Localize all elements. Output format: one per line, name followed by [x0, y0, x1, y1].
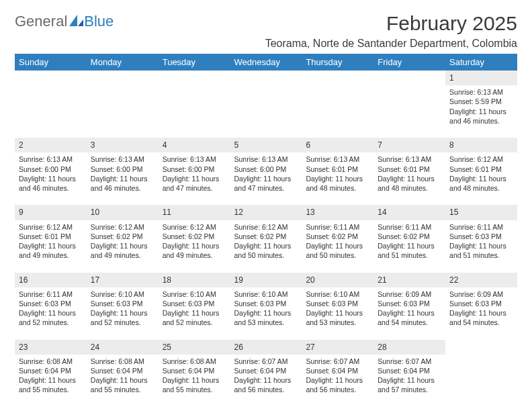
day-cell: Sunrise: 6:10 AMSunset: 6:03 PMDaylight:…: [87, 287, 159, 340]
empty-cell: [15, 85, 87, 138]
day-cell: Sunrise: 6:13 AMSunset: 6:00 PMDaylight:…: [15, 152, 87, 205]
empty-cell: [302, 85, 373, 138]
empty-cell: [159, 85, 230, 138]
day-number: 12: [230, 205, 302, 220]
day-cell: Sunrise: 6:10 AMSunset: 6:03 PMDaylight:…: [302, 287, 373, 340]
day-number: 22: [445, 273, 517, 287]
empty-cell: [15, 71, 87, 85]
empty-cell: [230, 85, 302, 138]
logo-text-1: General: [15, 13, 67, 30]
sail-icon: [69, 13, 84, 31]
day-cell: Sunrise: 6:13 AMSunset: 6:01 PMDaylight:…: [302, 152, 373, 205]
day-cell: Sunrise: 6:08 AMSunset: 6:04 PMDaylight:…: [159, 355, 230, 407]
day-number: 25: [159, 340, 230, 355]
day-number: 4: [159, 138, 230, 152]
day-cell: Sunrise: 6:07 AMSunset: 6:04 PMDaylight:…: [373, 355, 445, 407]
day-number: 21: [373, 273, 445, 287]
day-cell: Sunrise: 6:11 AMSunset: 6:02 PMDaylight:…: [302, 220, 373, 273]
day-cell: Sunrise: 6:12 AMSunset: 6:02 PMDaylight:…: [230, 220, 302, 273]
day-cell: Sunrise: 6:13 AMSunset: 6:00 PMDaylight:…: [159, 152, 230, 205]
empty-cell: [373, 71, 445, 85]
day-number: 27: [302, 340, 373, 355]
col-header-saturday: Saturday: [445, 54, 517, 71]
day-number: 24: [87, 340, 159, 355]
day-number: 19: [230, 273, 302, 287]
col-header-friday: Friday: [373, 54, 445, 71]
day-number: 16: [15, 273, 87, 287]
empty-cell: [230, 71, 302, 85]
empty-cell: [159, 71, 230, 85]
day-number: 3: [87, 138, 159, 152]
day-number: 6: [302, 138, 373, 152]
logo: General Blue: [15, 12, 114, 31]
day-cell: Sunrise: 6:12 AMSunset: 6:01 PMDaylight:…: [15, 220, 87, 273]
day-number: 9: [15, 205, 87, 220]
day-cell: Sunrise: 6:13 AMSunset: 6:01 PMDaylight:…: [373, 152, 445, 205]
empty-cell: [302, 71, 373, 85]
svg-marker-1: [78, 19, 83, 26]
day-cell: Sunrise: 6:11 AMSunset: 6:02 PMDaylight:…: [373, 220, 445, 273]
day-number: 1: [445, 71, 517, 85]
day-cell: Sunrise: 6:12 AMSunset: 6:02 PMDaylight:…: [87, 220, 159, 273]
day-number: 18: [159, 273, 230, 287]
day-cell: Sunrise: 6:13 AMSunset: 6:00 PMDaylight:…: [230, 152, 302, 205]
day-cell: Sunrise: 6:10 AMSunset: 6:03 PMDaylight:…: [230, 287, 302, 340]
empty-cell: [445, 355, 517, 407]
day-cell: Sunrise: 6:07 AMSunset: 6:04 PMDaylight:…: [302, 355, 373, 407]
day-cell: Sunrise: 6:13 AMSunset: 5:59 PMDaylight:…: [445, 85, 517, 138]
day-cell: Sunrise: 6:10 AMSunset: 6:03 PMDaylight:…: [159, 287, 230, 340]
logo-text-2: Blue: [84, 13, 114, 30]
day-number: 23: [15, 340, 87, 355]
day-cell: Sunrise: 6:12 AMSunset: 6:02 PMDaylight:…: [159, 220, 230, 273]
calendar-table: SundayMondayTuesdayWednesdayThursdayFrid…: [15, 54, 517, 407]
day-number: 8: [445, 138, 517, 152]
day-number: 17: [87, 273, 159, 287]
page-subtitle: Teorama, Norte de Santander Department, …: [265, 38, 517, 50]
day-number: 7: [373, 138, 445, 152]
day-cell: Sunrise: 6:09 AMSunset: 6:03 PMDaylight:…: [445, 287, 517, 340]
empty-cell: [87, 85, 159, 138]
day-cell: Sunrise: 6:13 AMSunset: 6:00 PMDaylight:…: [87, 152, 159, 205]
day-number: 28: [373, 340, 445, 355]
day-cell: Sunrise: 6:08 AMSunset: 6:04 PMDaylight:…: [87, 355, 159, 407]
day-number: 10: [87, 205, 159, 220]
day-number: 20: [302, 273, 373, 287]
col-header-monday: Monday: [87, 54, 159, 71]
day-number: 13: [302, 205, 373, 220]
day-cell: Sunrise: 6:08 AMSunset: 6:04 PMDaylight:…: [15, 355, 87, 407]
empty-cell: [373, 85, 445, 138]
day-cell: Sunrise: 6:12 AMSunset: 6:01 PMDaylight:…: [445, 152, 517, 205]
day-cell: Sunrise: 6:09 AMSunset: 6:03 PMDaylight:…: [373, 287, 445, 340]
day-cell: Sunrise: 6:11 AMSunset: 6:03 PMDaylight:…: [445, 220, 517, 273]
day-cell: Sunrise: 6:07 AMSunset: 6:04 PMDaylight:…: [230, 355, 302, 407]
day-number: 14: [373, 205, 445, 220]
day-number: 11: [159, 205, 230, 220]
day-number: 15: [445, 205, 517, 220]
page-title: February 2025: [265, 12, 517, 35]
empty-cell: [87, 71, 159, 85]
empty-cell: [445, 340, 517, 355]
col-header-tuesday: Tuesday: [159, 54, 230, 71]
day-number: 2: [15, 138, 87, 152]
day-number: 5: [230, 138, 302, 152]
day-cell: Sunrise: 6:11 AMSunset: 6:03 PMDaylight:…: [15, 287, 87, 340]
col-header-thursday: Thursday: [302, 54, 373, 71]
col-header-sunday: Sunday: [15, 54, 87, 71]
day-number: 26: [230, 340, 302, 355]
svg-marker-0: [69, 15, 77, 26]
col-header-wednesday: Wednesday: [230, 54, 302, 71]
header: General Blue February 2025 Teorama, Nort…: [15, 12, 517, 50]
